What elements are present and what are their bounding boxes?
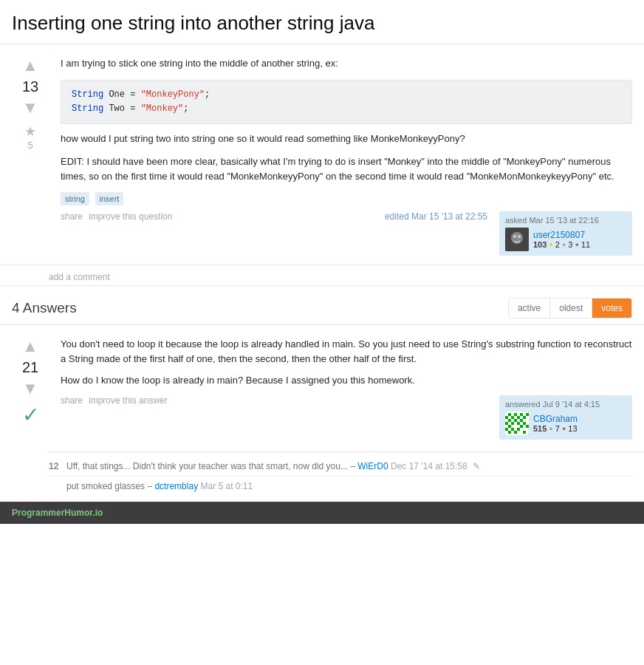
comment-user-2[interactable]: dctremblay (154, 481, 198, 491)
svg-rect-15 (520, 419, 523, 422)
question-action-links: share improve this question (61, 211, 172, 222)
comment-time-2: Mar 5 at 0:11 (200, 481, 253, 491)
vote-down-button[interactable]: ▼ (21, 98, 40, 117)
sort-tab-oldest[interactable]: oldest (550, 299, 592, 318)
svg-rect-28 (523, 431, 526, 434)
sort-tabs: active oldest votes (508, 298, 632, 318)
question-area: ▲ 13 ▼ ★ 5 I am trying to stick one stri… (0, 44, 644, 265)
gold-badge-dot: ● (549, 241, 552, 248)
svg-rect-18 (517, 422, 520, 425)
page-title: Inserting one string into another string… (0, 0, 644, 44)
improve-question-link[interactable]: improve this question (89, 211, 172, 222)
footer-bar: ProgrammerHumor.io (0, 502, 644, 524)
svg-rect-5 (508, 413, 511, 416)
svg-rect-13 (508, 419, 511, 422)
svg-rect-21 (520, 425, 523, 428)
answer-bronze-badge-dot: ● (562, 425, 566, 432)
answer-avatar (505, 412, 529, 435)
svg-rect-10 (511, 416, 514, 419)
svg-rect-6 (514, 413, 517, 416)
svg-rect-9 (505, 416, 508, 419)
share-answer-link[interactable]: share (61, 395, 83, 406)
user-info: user2150807 103 ● 2 ● 3 ● 11 (505, 228, 626, 251)
answers-header: 4 Answers active oldest votes (0, 285, 644, 324)
answer-user-name-link[interactable]: CBGraham (533, 414, 578, 424)
svg-rect-26 (508, 431, 511, 434)
question-body: I am trying to stick one string into the… (61, 56, 632, 259)
comment-user-1[interactable]: WiErD0 (357, 461, 388, 471)
comment-text-1: Uff, that stings... Didn't think your te… (66, 460, 632, 473)
bronze-badge-dot: ● (575, 241, 578, 248)
svg-rect-16 (505, 422, 508, 425)
brand-name: ProgrammerHumor.io (12, 508, 103, 518)
tag-insert[interactable]: insert (95, 192, 124, 205)
question-edit-text: EDIT: I should have been more clear, bas… (61, 154, 632, 183)
tag-string[interactable]: string (61, 192, 89, 205)
answer-action-links: share improve this answer (61, 395, 168, 406)
favorite-star-icon[interactable]: ★ (24, 123, 36, 140)
improve-answer-link[interactable]: improve this answer (89, 395, 168, 406)
svg-rect-22 (526, 425, 529, 428)
answer-body: You don't need to loop it because the lo… (61, 337, 632, 440)
code-block: String One = "MonkeyPony"; String Two = … (61, 80, 632, 124)
sort-tab-active[interactable]: active (509, 299, 550, 318)
comment-text-2: put smoked glasses – dctremblay Mar 5 at… (66, 480, 632, 493)
svg-rect-12 (523, 416, 526, 419)
edited-link[interactable]: edited Mar 15 '13 at 22:55 (385, 211, 487, 222)
svg-rect-17 (511, 422, 514, 425)
svg-rect-8 (526, 413, 529, 416)
asked-time: asked Mar 15 '13 at 22:16 (505, 216, 626, 225)
comment-edit-icon-1[interactable]: ✎ (473, 461, 480, 471)
question-vote-column: ▲ 13 ▼ ★ 5 (12, 56, 49, 259)
question-meta: edited Mar 15 '13 at 22:55 asked Mar 15 … (385, 211, 632, 256)
answer-1: ▲ 21 ▼ ✓ You don't need to loop it becau… (0, 324, 644, 446)
question-text2: how would I put string two into string o… (61, 132, 632, 146)
silver-badge-dot: ● (562, 241, 566, 248)
answer-actions: share improve this answer answered Jul 9… (61, 395, 632, 440)
answer-vote-down-button[interactable]: ▼ (21, 379, 40, 398)
answer-vote-up-button[interactable]: ▲ (21, 337, 40, 356)
svg-rect-11 (517, 416, 520, 419)
svg-point-2 (513, 235, 516, 238)
share-question-link[interactable]: share (61, 211, 83, 222)
favorite-count: 5 (27, 140, 32, 151)
comment-1: 12 Uff, that stings... Didn't think your… (49, 457, 632, 476)
question-vote-count: 13 (22, 78, 38, 95)
answer-user-reputation: 515 ● 7 ● 13 (533, 424, 578, 433)
svg-rect-27 (514, 431, 517, 434)
vote-up-button[interactable]: ▲ (21, 56, 40, 75)
user-reputation: 103 ● 2 ● 3 ● 11 (533, 240, 590, 249)
answer-text-1: You don't need to loop it because the lo… (61, 337, 632, 366)
answer-user-name-rep: CBGraham 515 ● 7 ● 13 (533, 414, 578, 433)
user-name-link[interactable]: user2150807 (533, 230, 590, 240)
svg-rect-20 (508, 425, 511, 428)
add-comment-section: add a comment (49, 271, 644, 282)
accepted-check-icon: ✓ (22, 403, 39, 427)
sort-tab-votes[interactable]: votes (592, 299, 631, 318)
svg-rect-25 (517, 428, 520, 431)
svg-point-3 (518, 235, 521, 238)
question-intro: I am trying to stick one string into the… (61, 56, 632, 71)
comment-num-1: 12 (49, 460, 61, 473)
comment-2: put smoked glasses – dctremblay Mar 5 at… (49, 476, 632, 496)
svg-rect-7 (520, 413, 523, 416)
answer-user-card: answered Jul 9 '14 at 4:15 (499, 395, 632, 440)
question-tags: string insert (61, 192, 632, 205)
answers-count: 4 Answers (12, 300, 77, 316)
svg-rect-14 (514, 419, 517, 422)
comments-section: 12 Uff, that stings... Didn't think your… (49, 451, 644, 496)
svg-rect-23 (505, 428, 508, 431)
add-comment-link[interactable]: add a comment (49, 272, 110, 282)
svg-rect-19 (523, 422, 526, 425)
answer-user-info: CBGraham 515 ● 7 ● 13 (505, 412, 626, 435)
answer-silver-badge-dot: ● (549, 425, 552, 432)
question-user-card: asked Mar 15 '13 at 22:16 (499, 211, 632, 256)
avatar (505, 228, 529, 251)
answered-time: answered Jul 9 '14 at 4:15 (505, 400, 626, 409)
svg-rect-24 (511, 428, 514, 431)
user-name-rep: user2150807 103 ● 2 ● 3 ● 11 (533, 230, 590, 249)
answer-text-2: How do I know the loop is already in mai… (61, 373, 632, 388)
question-actions: share improve this question edited Mar 1… (61, 211, 632, 256)
answer-vote-column: ▲ 21 ▼ ✓ (12, 337, 49, 440)
answer-vote-count: 21 (22, 359, 38, 376)
